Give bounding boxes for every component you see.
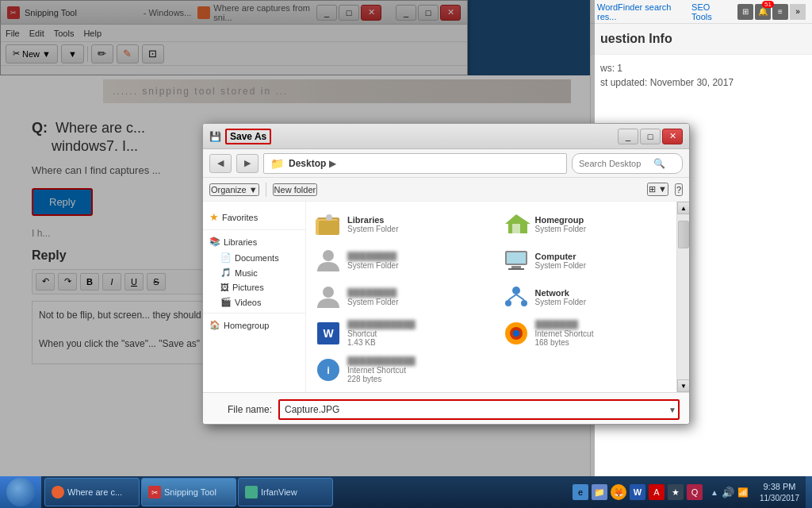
libraries-icon: 📚 [209, 237, 220, 247]
file-item-user2[interactable]: ████████ System Folder [311, 279, 497, 314]
dialog-min-button[interactable]: _ [618, 129, 638, 144]
firefox-info: ███████ Internet Shortcut 168 bytes [535, 320, 682, 347]
svg-point-18 [513, 330, 519, 337]
files-area: Libraries System Folder Homegroup System… [306, 202, 689, 392]
homegroup-header[interactable]: 🏠 Homegroup [203, 317, 305, 333]
location-chevron: ▶ [329, 158, 336, 169]
show-desktop-button[interactable] [806, 476, 812, 508]
back-button[interactable]: ◀ [209, 154, 232, 173]
file-item-word[interactable]: W ███████████ Shortcut 1.43 KB [311, 316, 497, 351]
nav-divider1 [203, 229, 305, 230]
notification-badge: 51 [762, 1, 774, 8]
taskbar-word-icon[interactable]: W [630, 484, 645, 500]
taskbar-firefox-icon[interactable]: 🦊 [611, 484, 626, 500]
taskbar-misc2-icon[interactable]: Q [687, 484, 703, 500]
file-item-homegroup[interactable]: Homegroup System Folder [499, 206, 685, 241]
sound-icon[interactable]: 🔊 [722, 487, 734, 498]
taskbar-clock[interactable]: 9:38 PM 11/30/2017 [753, 481, 806, 502]
file-item-firefox[interactable]: ███████ Internet Shortcut 168 bytes [499, 316, 685, 351]
search-input[interactable] [579, 159, 650, 168]
search-icon[interactable]: 🔍 [653, 158, 665, 169]
nav-documents[interactable]: 📄 Documents [203, 250, 305, 265]
last-updated: st updated: November 30, 2017 [600, 77, 802, 88]
tab-seotools[interactable]: SEO Tools [691, 2, 728, 21]
search-box[interactable]: 🔍 [572, 153, 683, 174]
files-scrollbar[interactable]: ▲ ▼ [676, 202, 689, 392]
new-folder-button[interactable]: New folder [273, 183, 318, 196]
word-file-icon: W [314, 319, 343, 348]
toolbar-sep [266, 183, 266, 197]
dialog-close-button[interactable]: ✕ [662, 129, 683, 144]
libraries-header[interactable]: 📚 Libraries [203, 233, 305, 250]
forward-button[interactable]: ▶ [236, 154, 259, 173]
scroll-thumb[interactable] [678, 221, 689, 248]
dialog-max-button[interactable]: □ [640, 129, 661, 144]
user1-type: System Folder [347, 261, 494, 270]
homegroup-icon: 🏠 [209, 320, 220, 330]
filename-input-wrapper: ▼ [278, 399, 680, 420]
tab-expand[interactable]: » [790, 4, 806, 20]
nav-videos[interactable]: 🎬 Videos [203, 294, 305, 310]
taskbar-misc-icon[interactable]: ★ [668, 484, 684, 500]
computer-type: System Folder [535, 261, 682, 270]
libraries-name: Libraries [347, 215, 494, 225]
snipping-taskbar-label: Snipping Tool [164, 487, 216, 497]
tab-icon1[interactable]: ⊞ [737, 4, 753, 20]
libraries-type: System Folder [347, 225, 494, 233]
file-item-computer[interactable]: Computer System Folder [499, 243, 685, 278]
svg-line-15 [516, 294, 524, 300]
tab-icon2[interactable]: 🔔 51 [755, 4, 771, 20]
dialog-titlebar: 💾 Save As _ □ ✕ [203, 124, 689, 149]
user1-file-icon [314, 246, 343, 275]
start-button[interactable] [0, 476, 41, 508]
favorites-label: Favorites [222, 213, 258, 222]
dialog-toolbar: Organize ▼ New folder ⊞ ▼ ? [203, 178, 689, 202]
taskbar-adobe-icon[interactable]: A [649, 484, 665, 500]
file-item-network[interactable]: Network System Folder [499, 279, 685, 314]
dialog-title-outlined: Save As [225, 129, 271, 144]
favorites-header[interactable]: ★ Favorites [203, 208, 305, 226]
notification-arrow[interactable]: ▲ [710, 488, 718, 497]
file-item-libraries[interactable]: Libraries System Folder [311, 206, 497, 241]
svg-point-5 [323, 250, 334, 261]
favorites-section: ★ Favorites [203, 208, 305, 226]
libraries-section: 📚 Libraries 📄 Documents 🎵 Music 🖼 Pictur… [203, 233, 305, 310]
filename-dropdown-arrow[interactable]: ▼ [668, 406, 676, 414]
file-item-user1[interactable]: ████████ System Folder [311, 243, 497, 278]
irfanview-taskbar-label: IrfanView [261, 487, 297, 497]
tab-wordfinder[interactable]: WordFinder search res... [597, 2, 682, 21]
filename-input[interactable] [278, 399, 680, 420]
music-icon: 🎵 [220, 267, 232, 278]
taskbar-folder-icon[interactable]: 📁 [592, 484, 607, 500]
scroll-down-arrow[interactable]: ▼ [677, 379, 689, 392]
nav-music[interactable]: 🎵 Music [203, 265, 305, 280]
svg-rect-7 [507, 252, 526, 264]
libraries-info: Libraries System Folder [347, 215, 494, 233]
homegroup-type: System Folder [535, 225, 682, 233]
svg-point-13 [521, 300, 527, 306]
time-value: 9:38 PM [760, 481, 799, 492]
dialog-main: ★ Favorites 📚 Libraries 📄 Documents 🎵 Mu… [203, 202, 689, 392]
network-info: Network System Folder [535, 288, 682, 306]
help-button[interactable]: ? [675, 183, 683, 196]
taskbar-item-snipping[interactable]: ✂ Snipping Tool [141, 478, 236, 506]
taskbar-item-browser[interactable]: Where are c... [44, 478, 140, 506]
tab-icon3[interactable]: ≡ [772, 4, 788, 20]
view-toggle-button[interactable]: ⊞ ▼ [647, 183, 668, 196]
network-icon[interactable]: 📶 [737, 487, 749, 498]
svg-point-11 [512, 287, 520, 294]
nav-pictures[interactable]: 🖼 Pictures [203, 280, 305, 294]
svg-line-14 [508, 294, 516, 300]
documents-icon: 📄 [220, 252, 232, 263]
homegroup-file-icon [502, 210, 530, 238]
taskbar-item-irfanview[interactable]: IrfanView [238, 478, 333, 506]
taskbar-ie-icon[interactable]: e [573, 484, 588, 500]
location-path[interactable]: 📁 Desktop ▶ [263, 153, 567, 174]
save-dialog: 💾 Save As _ □ ✕ ◀ ▶ 📁 Desktop ▶ 🔍 Organi… [202, 123, 690, 425]
organize-button[interactable]: Organize ▼ [209, 183, 259, 196]
scroll-up-arrow[interactable]: ▲ [677, 202, 689, 214]
file-item-info[interactable]: i ███████████ Internet Shortcut 228 byte… [311, 352, 497, 387]
user1-info: ████████ System Folder [347, 252, 494, 270]
start-orb [6, 478, 35, 506]
taskbar-quick-launch: e 📁 🦊 W A ★ Q [569, 484, 706, 500]
